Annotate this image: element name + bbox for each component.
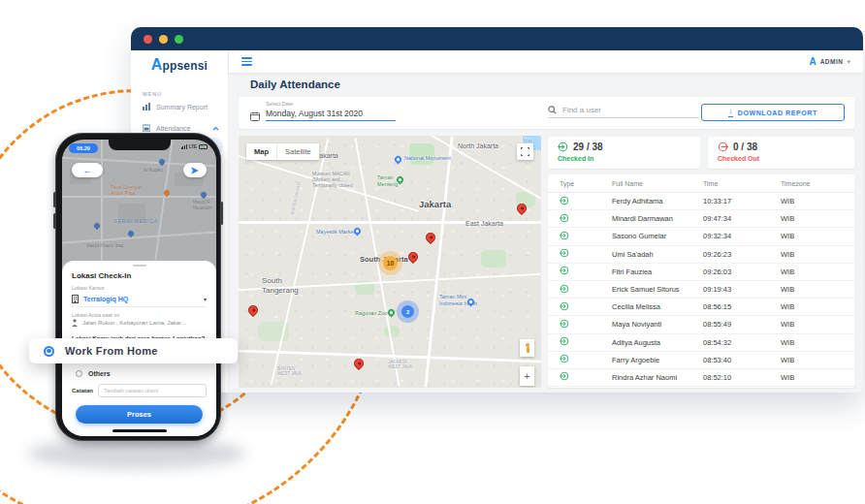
pegman-button[interactable] [520,339,534,357]
table-row: Rindra Azhar Naomi08:52:10WIB [548,369,854,387]
red-map-pin[interactable] [424,231,437,244]
cell-timezone: WIB [781,373,854,382]
date-picker[interactable]: Select Date Monday, August 31st 2020 [250,101,396,121]
check-in-icon [560,231,569,240]
office-dropdown[interactable]: Terralogiq HQ ▾ [72,293,207,304]
marker-cluster[interactable]: 2 [401,305,414,318]
cell-time: 08:54:32 [703,338,781,347]
cell-time: 08:52:10 [703,373,781,382]
cell-full-name: Aditya Augusta [612,338,703,347]
red-map-pin[interactable] [406,250,420,264]
cell-timezone: WIB [781,302,854,311]
check-in-icon [560,213,569,223]
map-park [409,143,434,165]
map-label: Taman Menteng [377,174,398,187]
phone-map-pin [93,222,101,230]
option-others[interactable]: Others [76,370,111,377]
checked-out-label: Checked Out [718,155,845,162]
search-input[interactable]: Find a user [548,106,699,118]
attendance-icon [143,124,150,132]
marker-cluster[interactable]: 10 [383,256,398,270]
sidebar-item-label: Summary Report [156,104,208,110]
admin-menu[interactable]: A ADMIN ▾ [809,56,850,67]
cell-full-name: Umi Sa'adah [612,250,703,259]
map-label: Jakarta [419,199,451,209]
column-header-type: Type [560,180,612,187]
map-label: East Jakarta [465,220,503,228]
map-type-control: Map Satellite [246,143,319,160]
logo-text: ppsensi [162,59,208,73]
calendar-icon [250,111,260,121]
maximize-window-button[interactable] [175,35,183,44]
work-from-home-callout[interactable]: Work From Home [29,338,238,363]
check-out-icon [718,142,728,152]
download-report-button[interactable]: ↓ DOWNLOAD REPORT [701,104,845,121]
search-icon [548,106,557,114]
cell-full-name: Fitri Fauziea [612,268,703,276]
checked-out-card: 0 / 38 Checked Out [708,137,854,169]
phone-mockup: 06.29 LTE ← Ini KopikuPecel Gorengan Amb… [55,133,221,441]
checked-in-card: 29 / 38 Checked In [548,137,700,169]
red-map-pin[interactable] [352,357,366,370]
current-address: Jalan Rukun , Kebayoran Lama, Jakar... [72,319,207,327]
cell-full-name: Cecilia Melissa [612,302,703,311]
cell-timezone: WIB [781,356,854,364]
table-row: Ferdy Adhitama10:33:17WIB [548,193,854,210]
map-label: North Jakarta [458,142,498,150]
back-button[interactable]: ← [72,163,103,177]
work-from-home-label: Work From Home [65,345,158,357]
check-in-icon [560,266,569,275]
drag-handle[interactable] [133,265,146,267]
fullscreen-button[interactable] [517,143,533,160]
fullscreen-icon [521,147,529,156]
zoom-in-button[interactable]: + [520,366,534,386]
phone-shadow [27,438,246,469]
map-road [424,137,453,388]
table-row: Aditya Augusta08:54:32WIB [548,334,854,352]
cell-full-name: Erick Samuel Sitorus [612,285,703,294]
home-indicator [112,429,167,433]
app-logo: Appsensi [131,56,228,74]
table-row: Umi Sa'adah09:26:23WIB [548,246,854,264]
locate-button[interactable] [183,163,207,177]
cell-full-name: Minardi Darmawan [612,214,703,223]
cell-time: 08:55:49 [703,320,781,329]
table-row: Cecilia Melissa08:56:15WIB [548,299,854,316]
building-icon [72,295,79,303]
phone-notch [109,140,171,150]
google-map[interactable]: West JakartaNorth JakartaJakartaEast Jak… [239,136,541,388]
red-map-pin[interactable] [246,303,260,317]
check-in-icon [560,196,569,205]
cell-full-name: Maya Noviyanti [612,320,703,329]
note-input[interactable]: Tambah catatan disini [98,384,207,397]
column-header-full-name: Full Name [612,180,703,187]
check-in-icon [558,142,568,152]
admin-label: ADMIN [820,58,844,65]
cell-timezone: WIB [781,320,854,329]
column-header-time: Time [703,180,781,187]
table-row: Fitri Fauziea09:26:03WIB [548,264,854,281]
controls-card: Select Date Monday, August 31st 2020 Fin… [239,97,854,129]
cell-timezone: WIB [781,268,854,276]
phone-map-label: Masjid R Mujahidin [193,200,211,210]
table-row: Sasono Gumelar09:32:34WIB [548,228,854,245]
minimize-window-button[interactable] [159,35,168,44]
map-type-map-button[interactable]: Map [246,143,276,160]
blue-poi-marker[interactable] [394,155,403,165]
check-in-icon [560,354,569,363]
check-in-icon [560,301,569,311]
sheet-title: Lokasi Check-In [72,271,131,280]
menu-hamburger-icon[interactable] [241,57,252,66]
map-label: Mayestik Market [316,229,355,236]
map-label: Museum MACAN (Modern and... Temporarily … [312,171,353,188]
navigation-icon [190,166,200,175]
top-navbar: A ADMIN ▾ [229,50,863,73]
close-window-button[interactable] [144,35,152,44]
phone-screen: 06.29 LTE ← Ini KopikuPecel Gorengan Amb… [62,140,216,436]
sidebar-item-summary-report[interactable]: Summary Report [131,99,228,114]
map-type-satellite-button[interactable]: Satellite [276,143,319,160]
submit-button[interactable]: Proses [76,405,203,424]
current-address-text: Jalan Rukun , Kebayoran Lama, Jakar... [82,320,186,326]
radio-selected-icon[interactable] [44,346,54,357]
phone-map-pin [158,158,166,166]
